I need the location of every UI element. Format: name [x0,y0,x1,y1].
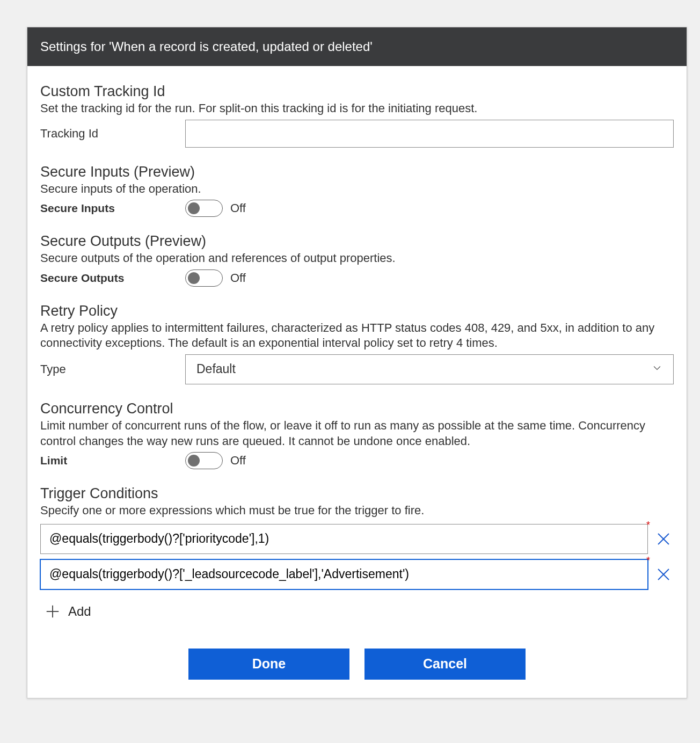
retry-type-value: Default [196,362,236,376]
concurrency-desc: Limit number of concurrent runs of the f… [40,418,674,449]
panel-header: Settings for 'When a record is created, … [27,27,687,66]
add-label: Add [68,604,91,619]
retry-policy-title: Retry Policy [40,303,674,319]
cancel-button[interactable]: Cancel [364,649,526,680]
secure-outputs-label: Secure Outputs [40,272,185,285]
done-button[interactable]: Done [188,649,349,680]
condition-row: * [40,559,674,589]
close-icon [655,566,672,582]
condition-row: * [40,524,674,554]
settings-panel: Settings for 'When a record is created, … [27,27,687,698]
panel-body: Custom Tracking Id Set the tracking id f… [27,66,687,698]
retry-policy-desc: A retry policy applies to intermittent f… [40,320,674,351]
secure-inputs-desc: Secure inputs of the operation. [40,181,674,197]
secure-inputs-title: Secure Inputs (Preview) [40,164,674,180]
section-retry-policy: Retry Policy A retry policy applies to i… [40,303,674,384]
close-icon [655,531,672,547]
trigger-conditions-title: Trigger Conditions [40,485,674,502]
tracking-id-input[interactable] [185,120,674,148]
section-custom-tracking: Custom Tracking Id Set the tracking id f… [40,83,674,148]
tracking-id-label: Tracking Id [40,127,185,141]
concurrency-toggle[interactable] [185,452,223,469]
secure-outputs-desc: Secure outputs of the operation and refe… [40,251,674,266]
panel-footer: Done Cancel [40,632,674,685]
section-concurrency: Concurrency Control Limit number of conc… [40,400,674,469]
delete-condition-button[interactable] [653,566,674,582]
section-trigger-conditions: Trigger Conditions Specify one or more e… [40,485,674,627]
delete-condition-button[interactable] [653,531,674,547]
trigger-conditions-desc: Specify one or more expressions which mu… [40,503,674,519]
section-secure-outputs: Secure Outputs (Preview) Secure outputs … [40,233,674,287]
custom-tracking-desc: Set the tracking id for the run. For spl… [40,101,674,116]
section-secure-inputs: Secure Inputs (Preview) Secure inputs of… [40,164,674,217]
concurrency-limit-label: Limit [40,454,185,467]
chevron-down-icon [652,362,662,376]
secure-inputs-state: Off [230,201,246,215]
required-indicator: * [646,555,650,566]
required-indicator: * [646,520,650,531]
retry-type-label: Type [40,362,185,376]
custom-tracking-title: Custom Tracking Id [40,83,674,100]
secure-outputs-toggle[interactable] [185,269,223,287]
concurrency-state: Off [230,454,246,468]
plus-icon [45,603,61,620]
concurrency-title: Concurrency Control [40,400,674,417]
panel-title: Settings for 'When a record is created, … [40,39,373,54]
secure-outputs-state: Off [230,271,246,285]
add-condition-button[interactable]: Add [40,596,96,627]
secure-inputs-label: Secure Inputs [40,202,185,215]
retry-type-select[interactable]: Default [185,354,674,384]
condition-input-2[interactable] [40,559,648,589]
secure-outputs-title: Secure Outputs (Preview) [40,233,674,250]
secure-inputs-toggle[interactable] [185,200,223,217]
condition-input-1[interactable] [40,524,648,554]
